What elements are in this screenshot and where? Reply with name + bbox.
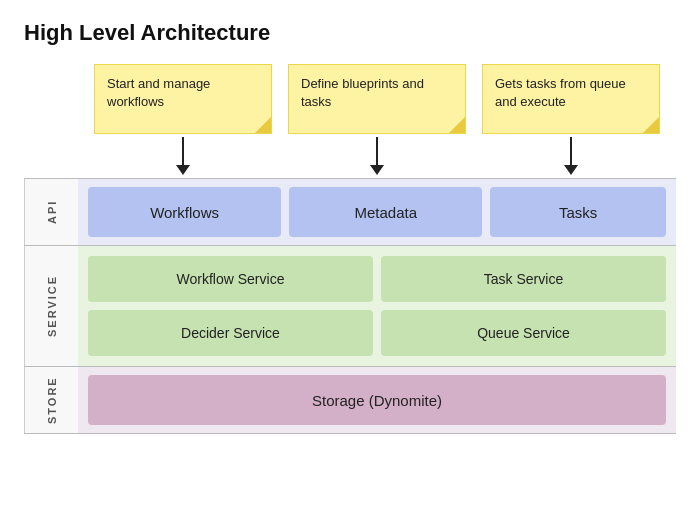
sticky-note-1: Start and manage workflows (94, 64, 272, 134)
queue-service-cell: Queue Service (381, 310, 666, 356)
page-title: High Level Architecture (24, 20, 676, 46)
sticky-notes-row: Start and manage workflows Define bluepr… (24, 64, 676, 134)
task-service-cell: Task Service (381, 256, 666, 302)
arrow-head-3 (564, 165, 578, 175)
arrow-head-2 (370, 165, 384, 175)
api-workflows-cell: Workflows (88, 187, 281, 237)
arrow-2 (288, 134, 466, 178)
api-row: API Workflows Metadata Tasks (24, 178, 676, 245)
service-inner-row-1: Workflow Service Task Service (88, 256, 666, 302)
service-label: SERVICE (24, 246, 78, 366)
workflow-service-cell: Workflow Service (88, 256, 373, 302)
api-content: Workflows Metadata Tasks (78, 179, 676, 245)
api-tasks-cell: Tasks (490, 187, 666, 237)
store-row: STORE Storage (Dynomite) (24, 366, 676, 434)
architecture-diagram: Start and manage workflows Define bluepr… (24, 64, 676, 434)
service-row: SERVICE Workflow Service Task Service De… (24, 245, 676, 366)
arrow-line-2 (376, 137, 378, 165)
arrow-line-1 (182, 137, 184, 165)
decider-service-cell: Decider Service (88, 310, 373, 356)
api-label: API (24, 179, 78, 245)
service-content: Workflow Service Task Service Decider Se… (78, 246, 676, 366)
sticky-note-2: Define blueprints and tasks (288, 64, 466, 134)
store-content: Storage (Dynomite) (78, 367, 676, 433)
arrow-3 (482, 134, 660, 178)
arrow-1 (94, 134, 272, 178)
store-label: STORE (24, 367, 78, 433)
sticky-note-3: Gets tasks from queue and execute (482, 64, 660, 134)
arrow-line-3 (570, 137, 572, 165)
arrows-row (24, 134, 676, 178)
storage-dynomite-cell: Storage (Dynomite) (88, 375, 666, 425)
service-inner-row-2: Decider Service Queue Service (88, 310, 666, 356)
api-metadata-cell: Metadata (289, 187, 482, 237)
arrow-head-1 (176, 165, 190, 175)
